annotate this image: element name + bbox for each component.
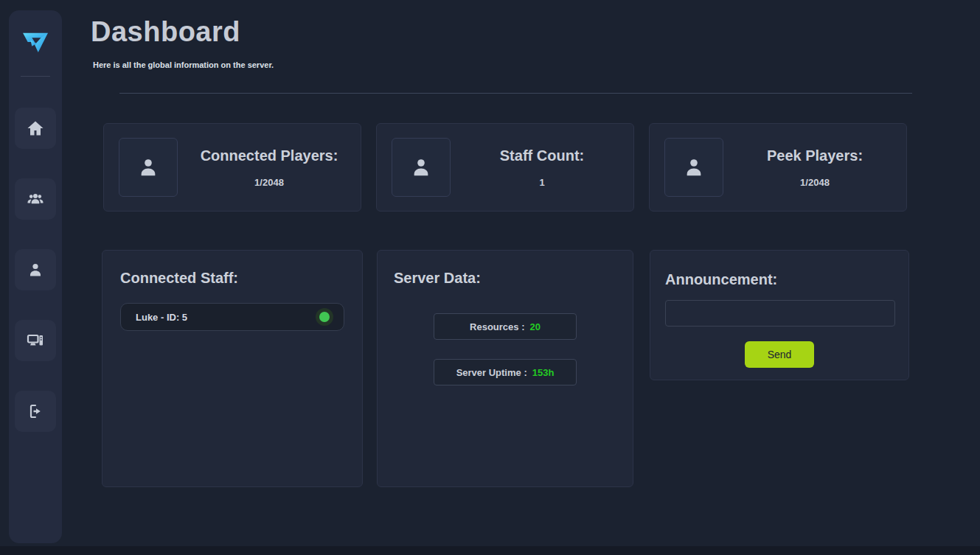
page-title: Dashboard: [91, 16, 240, 48]
uptime-box: Server Uptime : 153h: [434, 359, 577, 385]
stat-value: 1/2048: [254, 177, 284, 188]
stat-texts: Connected Players: 1/2048: [178, 147, 361, 188]
server-data-boxes: Resources : 20 Server Uptime : 153h: [394, 313, 616, 385]
connected-staff-card: Connected Staff: Luke - ID: 5: [102, 250, 363, 487]
sidebar: [9, 10, 62, 543]
announcement-card: Announcement: Send: [650, 250, 909, 380]
uptime-label: Server Uptime :: [456, 367, 527, 378]
stat-label: Peek Players:: [767, 147, 863, 164]
profile-icon: [27, 261, 44, 279]
stats-row: Connected Players: 1/2048 Staff Count: 1…: [103, 123, 907, 212]
screens-icon: [27, 332, 44, 349]
server-data-heading: Server Data:: [394, 270, 616, 287]
online-status-ring: [316, 308, 333, 326]
stat-card-connected-players: Connected Players: 1/2048: [103, 123, 361, 212]
stat-value: 1: [539, 177, 544, 188]
stat-iconbox: [664, 138, 723, 197]
person-icon: [409, 156, 433, 179]
person-icon: [682, 156, 706, 179]
header-divider: [119, 93, 912, 94]
stat-iconbox: [392, 138, 451, 197]
send-button[interactable]: Send: [745, 341, 814, 368]
sidebar-item-profile[interactable]: [15, 249, 56, 290]
resources-box: Resources : 20: [434, 313, 577, 340]
brand-logo-icon: [21, 30, 49, 54]
staff-list-item: Luke - ID: 5: [120, 303, 344, 331]
stat-label: Staff Count:: [500, 147, 584, 164]
stat-card-peek-players: Peek Players: 1/2048: [649, 123, 907, 212]
players-group-icon: [27, 190, 44, 208]
online-status-dot: [319, 312, 330, 322]
sidebar-item-logout[interactable]: [15, 391, 56, 432]
announcement-input[interactable]: [665, 300, 895, 327]
resources-label: Resources :: [470, 321, 524, 332]
stat-texts: Peek Players: 1/2048: [723, 147, 906, 188]
stat-value: 1/2048: [800, 177, 830, 188]
logout-icon: [27, 402, 44, 420]
sidebar-item-screens[interactable]: [15, 320, 56, 361]
server-data-card: Server Data: Resources : 20 Server Uptim…: [377, 250, 633, 487]
uptime-value: 153h: [532, 367, 555, 378]
resources-value: 20: [529, 321, 540, 332]
stat-texts: Staff Count: 1: [451, 147, 633, 188]
sidebar-nav: [15, 108, 56, 432]
sidebar-item-home[interactable]: [15, 108, 56, 149]
announcement-heading: Announcement:: [665, 271, 894, 288]
sidebar-divider: [21, 76, 50, 77]
bottom-strip: [0, 546, 980, 555]
sidebar-item-players[interactable]: [15, 178, 56, 220]
page-subtitle: Here is all the global information on th…: [93, 60, 274, 69]
home-icon: [27, 119, 44, 137]
stat-label: Connected Players:: [201, 147, 338, 164]
stat-iconbox: [119, 138, 178, 197]
staff-name: Luke - ID: 5: [136, 312, 316, 323]
stat-card-staff-count: Staff Count: 1: [376, 123, 634, 212]
person-icon: [136, 156, 160, 179]
connected-staff-heading: Connected Staff:: [120, 270, 344, 287]
